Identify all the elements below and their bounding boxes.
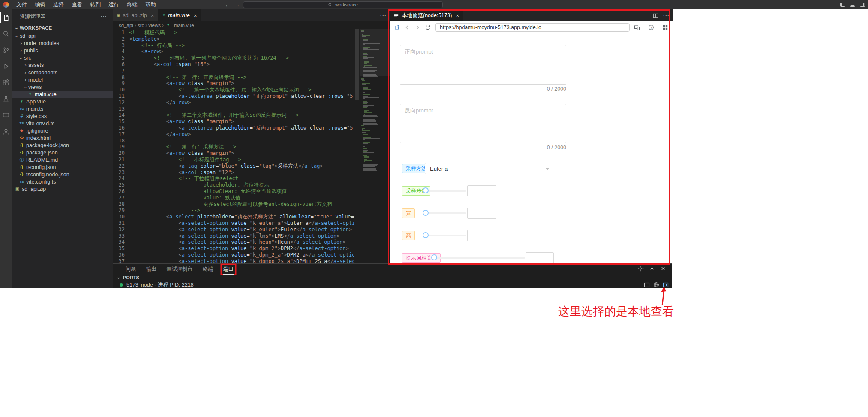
help-button[interactable]: ? (648, 24, 654, 30)
globe-icon[interactable] (653, 282, 659, 288)
tree-item-package.json[interactable]: {}package.json (12, 149, 113, 156)
tree-item-node_modules[interactable]: ›node_modules (12, 39, 113, 47)
tree-item-components[interactable]: ›components (12, 69, 113, 76)
slider-rail[interactable] (426, 190, 466, 192)
tree-item-views[interactable]: ›views (12, 83, 113, 91)
close-icon[interactable]: × (456, 12, 459, 19)
tree-item-style.css[interactable]: #style.css (12, 112, 113, 120)
tree-item-package-lock.json[interactable]: {}package-lock.json (12, 142, 113, 149)
tab-main-vue[interactable]: ▼ main.vue × (158, 9, 201, 21)
back-button[interactable] (404, 24, 410, 30)
activity-item-search[interactable] (0, 30, 12, 37)
number-input[interactable] (526, 252, 554, 263)
panel-tab-0[interactable]: 问题 (124, 265, 138, 274)
slider-rail[interactable] (435, 257, 525, 259)
layout-secondary-icon[interactable] (859, 2, 865, 8)
close-icon[interactable]: × (194, 12, 197, 19)
grid-button[interactable] (662, 24, 668, 30)
activity-item-explorer[interactable] (0, 14, 12, 21)
slider-handle[interactable] (423, 187, 429, 193)
slider-handle[interactable] (423, 210, 429, 216)
tree-item-.gitignore[interactable]: ◆.gitignore (12, 127, 113, 134)
preview-editor-icon[interactable] (663, 282, 669, 288)
history-forward-icon[interactable]: → (234, 2, 240, 8)
activity-item-account[interactable] (0, 128, 12, 135)
tree-item-index.html[interactable]: <>index.html (12, 134, 113, 142)
workspace-section-header[interactable]: › WORKSPACE (12, 24, 113, 32)
panel-tab-2[interactable]: 调试控制台 (165, 265, 194, 274)
breadcrumb-item-1[interactable]: src (138, 23, 144, 28)
port-row[interactable]: 5173 node - 进程 PID: 2218 (113, 281, 672, 289)
prompt-textarea-1[interactable] (400, 104, 566, 143)
tree-item-public[interactable]: ›public (12, 47, 113, 54)
panel-tab-1[interactable]: 输出 (144, 265, 158, 274)
activity-item-testing[interactable] (0, 95, 12, 103)
tree-item-main.vue[interactable]: ▼main.vue (12, 91, 113, 98)
breadcrumb-item-3[interactable]: ▼main.vue (165, 23, 194, 28)
number-input[interactable] (467, 230, 496, 241)
more-actions-icon[interactable]: ⋯ (380, 12, 386, 19)
chevron-up-icon[interactable] (649, 266, 655, 272)
tree-item-tsconfig.json[interactable]: {}tsconfig.json (12, 163, 113, 171)
sampler-select[interactable]: Euler a (425, 163, 553, 174)
tree-item-sd_api.zip[interactable]: ▣sd_api.zip (12, 185, 113, 193)
tab-local-preview[interactable]: 本地预览(node:5173) × (390, 9, 463, 21)
menu-item-0[interactable]: 文件 (12, 0, 31, 9)
menu-item-6[interactable]: 终端 (123, 0, 141, 9)
prompt-textarea-0[interactable] (400, 45, 566, 85)
scrollbar-thumb[interactable] (355, 29, 359, 100)
menu-item-2[interactable]: 选择 (49, 0, 68, 9)
number-input[interactable] (467, 208, 496, 219)
layout-panel-icon[interactable] (850, 2, 856, 8)
slider-rail[interactable] (426, 212, 466, 214)
tree-item-tsconfig.node.json[interactable]: {}tsconfig.node.json (12, 171, 113, 178)
tree-item-App.vue[interactable]: ▼App.vue (12, 98, 113, 105)
refresh-button[interactable] (425, 24, 431, 30)
menu-item-5[interactable]: 运行 (105, 0, 123, 9)
tree-item-vite.config.ts[interactable]: TSvite.config.ts (12, 178, 113, 185)
slider-rail[interactable] (426, 235, 466, 236)
tree-item-vite-env.d.ts[interactable]: TSvite-env.d.ts (12, 120, 113, 127)
history-back-icon[interactable]: ← (225, 2, 230, 8)
tree-item-model[interactable]: ›model (12, 76, 113, 83)
code-editor[interactable]: 1234567891011121314151617181920212223242… (113, 29, 390, 263)
tree-item-assets[interactable]: ›assets (12, 61, 113, 69)
breadcrumb-item-0[interactable]: sd_api (119, 23, 133, 28)
browser-window-icon[interactable] (644, 282, 650, 288)
menu-item-4[interactable]: 转到 (86, 0, 105, 9)
tab-sd_api-zip[interactable]: ▣ sd_api.zip × (113, 9, 158, 21)
tree-item-main.ts[interactable]: TSmain.ts (12, 105, 113, 112)
close-icon[interactable] (660, 266, 666, 272)
open-external-button[interactable] (394, 24, 400, 30)
url-input[interactable] (435, 23, 630, 32)
slider-handle[interactable] (423, 232, 429, 238)
activity-item-extensions[interactable] (0, 79, 12, 86)
panel-tab-4[interactable]: 端口 (222, 265, 235, 274)
more-actions-icon[interactable]: ⋯ (100, 13, 107, 21)
menu-item-3[interactable]: 查看 (68, 0, 86, 9)
settings-icon[interactable] (638, 266, 644, 272)
tree-item-sd_api[interactable]: ›sd_api (12, 32, 113, 39)
minimap[interactable] (360, 29, 390, 263)
activity-item-run-debug[interactable] (0, 63, 12, 70)
slider-handle[interactable] (431, 254, 437, 260)
number-input[interactable] (467, 185, 496, 196)
layout-sidebar-icon[interactable] (840, 2, 846, 8)
panel-tab-3[interactable]: 终端 (201, 265, 215, 274)
forward-button[interactable] (414, 24, 420, 30)
activity-item-remote[interactable] (0, 112, 12, 119)
workspace-search[interactable]: workspace (243, 1, 443, 8)
app-logo-icon[interactable] (3, 2, 9, 8)
menu-item-1[interactable]: 编辑 (31, 0, 49, 9)
tree-item-src[interactable]: ›src (12, 54, 113, 61)
ports-section-header[interactable]: › PORTS (113, 274, 672, 281)
breadcrumb-item-2[interactable]: views (148, 23, 161, 28)
menu-item-7[interactable]: 帮助 (141, 0, 160, 9)
editor-scrollbar[interactable] (354, 29, 360, 263)
device-toolbar-button[interactable] (634, 24, 640, 30)
tree-item-README.md[interactable]: ⓘREADME.md (12, 156, 113, 163)
close-icon[interactable]: × (151, 12, 154, 19)
more-actions-icon[interactable]: ⋯ (663, 12, 669, 19)
split-editor-icon[interactable] (653, 13, 658, 18)
activity-item-source-control[interactable] (0, 46, 12, 54)
